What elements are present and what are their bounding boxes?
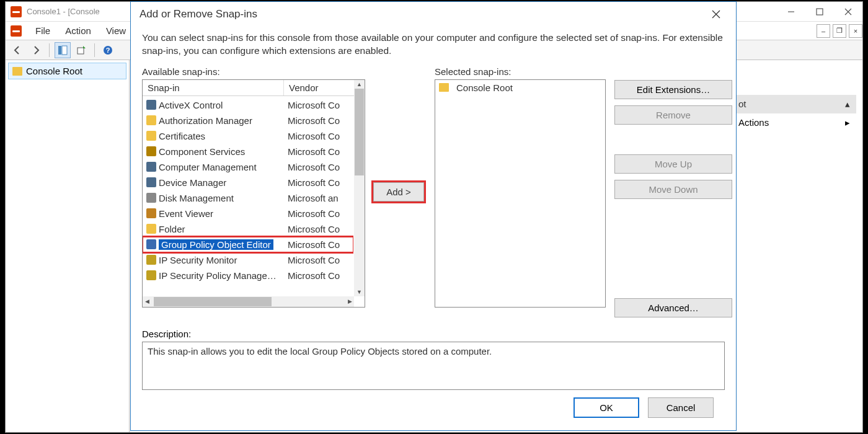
ok-button[interactable]: OK (574, 397, 639, 418)
move-down-button[interactable]: Move Down (614, 180, 732, 199)
snapin-row[interactable]: FolderMicrosoft Co (143, 221, 353, 237)
advanced-button[interactable]: Advanced… (614, 298, 732, 317)
dialog-title: Add or Remove Snap-ins (140, 8, 257, 20)
available-list[interactable]: Snap-in Vendor ActiveX ControlMicrosoft … (142, 79, 365, 308)
scroll-up-icon[interactable]: ▲ (354, 80, 365, 89)
folder-icon (12, 67, 22, 76)
selected-root-label: Console Root (456, 82, 513, 93)
snapin-vendor: Microsoft Co (284, 224, 353, 234)
snapin-name: Event Viewer (159, 208, 213, 219)
dialog-intro: You can select snap-ins for this console… (142, 32, 725, 58)
snapin-vendor: Microsoft Co (284, 177, 353, 188)
snapin-row[interactable]: Group Policy Object EditorMicrosoft Co (143, 237, 353, 252)
list-header: Snap-in Vendor (143, 80, 365, 96)
edit-extensions-button[interactable]: Edit Extensions… (614, 80, 732, 99)
snapin-name: IP Security Policy Manage… (159, 270, 277, 281)
close-button[interactable] (834, 2, 862, 21)
snapin-name: Authorization Manager (159, 115, 252, 126)
snapin-row[interactable]: Event ViewerMicrosoft Co (143, 206, 353, 221)
snapin-vendor: Microsoft Co (284, 115, 353, 126)
snapin-name: Certificates (159, 131, 205, 141)
snapin-row[interactable]: IP Security MonitorMicrosoft Co (143, 252, 353, 268)
menu-view[interactable]: View (99, 24, 133, 37)
svg-rect-6 (78, 48, 84, 54)
mdi-close[interactable]: × (849, 24, 862, 38)
remove-button[interactable]: Remove (614, 105, 732, 125)
description-text: This snap-in allows you to edit the loca… (148, 346, 492, 356)
snapin-name: IP Security Monitor (159, 255, 237, 265)
show-tree-icon[interactable] (55, 42, 71, 58)
snapin-name: Component Services (159, 146, 245, 157)
menu-action[interactable]: Action (58, 24, 99, 37)
snapin-name: Group Policy Object Editor (159, 239, 273, 250)
snapin-name: Device Manager (159, 177, 226, 188)
maximize-button[interactable] (805, 2, 834, 21)
snapin-icon (146, 115, 156, 125)
folder-icon (439, 83, 449, 92)
menu-file[interactable]: File (28, 24, 58, 37)
horizontal-scrollbar[interactable]: ◀ ▶ (143, 296, 354, 307)
scroll-right-icon[interactable]: ▶ (345, 298, 354, 304)
snapin-row[interactable]: IP Security Policy Manage…Microsoft Co (143, 268, 353, 283)
snapin-vendor: Microsoft Co (284, 255, 353, 265)
available-label: Available snap-ins: (142, 66, 365, 77)
scroll-down-icon[interactable]: ▼ (354, 288, 365, 296)
snapin-vendor: Microsoft an (284, 193, 353, 203)
snapin-icon (146, 146, 156, 156)
snapin-vendor: Microsoft Co (284, 239, 353, 250)
snapin-icon (146, 177, 156, 187)
help-icon[interactable]: ? (100, 42, 116, 58)
minimize-button[interactable] (777, 2, 805, 21)
snapin-vendor: Microsoft Co (284, 100, 353, 110)
mdi-minimize[interactable]: – (817, 24, 830, 38)
snapin-row[interactable]: ActiveX ControlMicrosoft Co (143, 97, 353, 113)
svg-text:?: ? (106, 46, 110, 54)
tree-pane: Console Root (6, 60, 130, 432)
add-button[interactable]: Add > (373, 182, 424, 202)
back-icon[interactable] (9, 42, 25, 58)
window-title: Console1 - [Console (27, 7, 100, 16)
snapin-name: Folder (159, 224, 185, 234)
move-up-button[interactable]: Move Up (614, 154, 732, 174)
snapins-dialog: Add or Remove Snap-ins You can select sn… (130, 1, 737, 431)
col-vendor[interactable]: Vendor (284, 80, 365, 95)
snapin-name: Computer Management (159, 162, 257, 172)
snapin-row[interactable]: CertificatesMicrosoft Co (143, 128, 353, 144)
tree-root-item[interactable]: Console Root (8, 63, 126, 79)
scroll-left-icon[interactable]: ◀ (143, 298, 151, 304)
selected-root-item[interactable]: Console Root (439, 82, 601, 93)
snapin-row[interactable]: Computer ManagementMicrosoft Co (143, 159, 353, 175)
snapin-vendor: Microsoft Co (284, 270, 353, 281)
snapin-vendor: Microsoft Co (284, 131, 353, 141)
snapin-icon (146, 208, 156, 218)
selected-list[interactable]: Console Root (435, 79, 606, 308)
collapse-arrow-icon[interactable]: ▴ (845, 99, 850, 110)
export-icon[interactable] (73, 42, 89, 58)
svg-rect-4 (58, 46, 61, 55)
snapin-vendor: Microsoft Co (284, 208, 353, 219)
mmc-doc-icon (11, 25, 22, 37)
scroll-thumb[interactable] (355, 89, 364, 175)
dialog-close-button[interactable] (705, 5, 727, 24)
description-box: This snap-in allows you to edit the loca… (142, 342, 725, 390)
forward-icon[interactable] (28, 42, 44, 58)
tree-root-label: Console Root (26, 66, 82, 76)
snapin-row[interactable]: Disk ManagementMicrosoft an (143, 190, 353, 206)
snapin-vendor: Microsoft Co (284, 162, 353, 172)
actions-pane: ot▴ Actions▸ (732, 95, 856, 132)
col-snapin[interactable]: Snap-in (143, 80, 284, 95)
snapin-row[interactable]: Device ManagerMicrosoft Co (143, 175, 353, 190)
snapin-icon (146, 255, 156, 265)
mdi-restore[interactable]: ❐ (833, 24, 846, 38)
more-actions[interactable]: Actions▸ (732, 113, 856, 132)
vertical-scrollbar[interactable]: ▲ ▼ (354, 80, 365, 296)
snapin-icon (146, 100, 156, 110)
snapin-icon (146, 162, 156, 172)
snapin-row[interactable]: Authorization ManagerMicrosoft Co (143, 113, 353, 128)
snapin-row[interactable]: Component ServicesMicrosoft Co (143, 144, 353, 159)
cancel-button[interactable]: Cancel (648, 397, 714, 418)
hscroll-thumb[interactable] (154, 297, 272, 306)
mmc-icon (11, 6, 22, 17)
snapin-icon (146, 224, 156, 234)
dialog-titlebar: Add or Remove Snap-ins (131, 2, 736, 27)
